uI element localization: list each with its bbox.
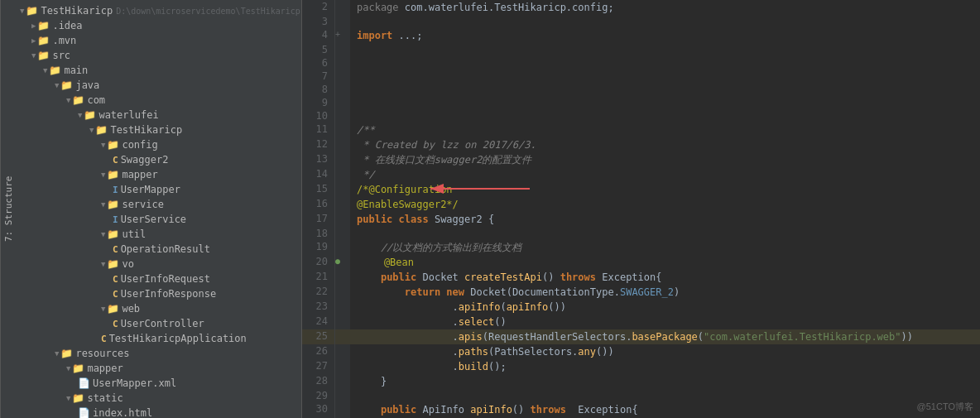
project-name: TestHikaricp (41, 5, 113, 17)
code-line-17: 17 public class Swagger2 { (302, 212, 980, 227)
code-line-19: 19 //以文档的方式输出到在线文档 (302, 240, 980, 255)
tree-idea[interactable]: ▶ 📁 .idea (17, 18, 301, 33)
folder-icon: 📁 (107, 169, 119, 180)
interface-icon: I (113, 185, 118, 195)
class-icon: C (113, 289, 118, 300)
line-number: 29 (302, 389, 335, 402)
expand-icon: ▼ (101, 305, 105, 313)
line-content: * 在线接口文档swagger2的配置文件 (350, 152, 980, 167)
folder-icon: 📁 (37, 20, 50, 31)
tree-usercontroller-label: UserController (121, 318, 204, 329)
code-line-18: 18 (302, 227, 980, 240)
folder-icon: 📁 (107, 199, 119, 210)
tree-usercontroller[interactable]: C UserController (17, 316, 301, 331)
expand-icon: ▼ (31, 51, 36, 60)
structure-tab-label: 7: Structure (3, 176, 14, 242)
tree-idea-label: .idea (52, 20, 82, 31)
project-root[interactable]: ▼ 📁 TestHikaricp D:\down\microservicedem… (17, 3, 301, 18)
tree-main[interactable]: ▼ 📁 main (17, 63, 301, 78)
line-content: import ...; (350, 28, 980, 43)
line-gutter: + (335, 28, 350, 43)
line-content (350, 83, 980, 96)
tree-service-label: service (122, 199, 164, 210)
class-icon: C (101, 334, 107, 344)
line-content: .apiInfo(apiInfo()) (350, 300, 980, 315)
line-number: 16 (302, 197, 335, 212)
tree-java[interactable]: ▼ 📁 java (17, 78, 301, 93)
tree-resources[interactable]: ▼ 📁 resources (17, 346, 301, 361)
code-line-16: 16 @EnableSwagger2*/ (302, 197, 980, 212)
tree-src-label: src (52, 50, 70, 61)
tree-application[interactable]: C TestHikaricpApplication (17, 331, 301, 346)
tree-config[interactable]: ▼ 📁 config (17, 137, 301, 152)
line-gutter (335, 240, 350, 255)
tree-waterlufei[interactable]: ▼ 📁 waterlufei (17, 108, 301, 123)
tree-java-label: java (75, 79, 99, 91)
tree-application-label: TestHikaricpApplication (109, 333, 247, 344)
tree-index-html[interactable]: 📄 index.html (17, 406, 301, 418)
line-gutter (335, 402, 350, 417)
tree-usermapper-xml[interactable]: 📄 UserMapper.xml (17, 376, 301, 391)
code-line-20: 20 ● @Bean (302, 255, 980, 270)
folder-src-icon: 📁 (60, 79, 73, 91)
expand-icon: ▼ (101, 260, 105, 268)
line-content (350, 96, 980, 109)
line-content (350, 70, 980, 83)
tree-src[interactable]: ▼ 📁 src (17, 48, 301, 63)
code-line-23: 23 .apiInfo(apiInfo()) (302, 300, 980, 315)
folder-icon: 📁 (37, 35, 50, 46)
line-number: 19 (302, 240, 335, 255)
tree-mvn[interactable]: ▶ 📁 .mvn (17, 33, 301, 48)
code-line-4: 4 + import ...; (302, 28, 980, 43)
tree-mapper[interactable]: ▼ 📁 mapper (17, 167, 301, 182)
tree-index-html-label: index.html (93, 407, 152, 418)
tree-testhikaricp[interactable]: ▼ 📁 TestHikaricp (17, 123, 301, 137)
tree-service[interactable]: ▼ 📁 service (17, 197, 301, 212)
code-line-26: 26 .paths(PathSelectors.any()) (302, 344, 980, 359)
tree-userservice-label: UserService (121, 214, 186, 225)
tree-vo-label: vo (122, 258, 133, 270)
tree-usermapper[interactable]: I UserMapper (17, 182, 301, 197)
line-gutter (335, 43, 350, 56)
line-number: 13 (302, 152, 335, 167)
tree-swagger2[interactable]: C Swagger2 (17, 152, 301, 167)
expand-icon: ▼ (101, 230, 105, 238)
line-gutter (335, 344, 350, 359)
line-content: .build(); (350, 359, 980, 374)
line-number: 22 (302, 285, 335, 300)
line-content: /*@Configuration (350, 182, 980, 197)
folder-icon: 📁 (72, 363, 84, 374)
expand-icon: ▼ (78, 111, 82, 119)
code-line-3: 3 (302, 15, 980, 28)
tree-mapper-res[interactable]: ▼ 📁 mapper (17, 361, 301, 376)
line-gutter (335, 123, 350, 137)
tree-vo[interactable]: ▼ 📁 vo (17, 257, 301, 271)
line-number: 11 (302, 123, 335, 137)
line-gutter (335, 197, 350, 212)
tree-userservice[interactable]: I UserService (17, 212, 301, 227)
code-line-11: 11 /** (302, 123, 980, 137)
line-gutter (335, 285, 350, 300)
tree-com[interactable]: ▼ 📁 com (17, 93, 301, 108)
line-gutter (335, 270, 350, 285)
line-number: 15 (302, 182, 335, 197)
tree-web[interactable]: ▼ 📁 web (17, 301, 301, 316)
line-number: 6 (302, 56, 335, 70)
tree-mapper-label: mapper (122, 169, 157, 180)
tree-userinforequest[interactable]: C UserInfoRequest (17, 271, 301, 286)
expand-icon: ▶ (31, 22, 36, 30)
tree-testhikaricp-label: TestHikaricp (110, 124, 182, 136)
tree-static[interactable]: ▼ 📁 static (17, 391, 301, 406)
tree-userinforesponse[interactable]: C UserInfoResponse (17, 286, 301, 301)
line-content (350, 227, 980, 240)
bean-marker: ● (335, 257, 340, 266)
code-line-14: 14 */ (302, 167, 980, 182)
line-content: //以文档的方式输出到在线文档 (350, 240, 980, 255)
line-number: 30 (302, 402, 335, 417)
structure-tab[interactable]: 7: Structure (0, 0, 17, 418)
tree-config-label: config (122, 139, 157, 151)
tree-operationresult[interactable]: C OperationResult (17, 242, 301, 257)
line-gutter: ● (335, 255, 350, 270)
code-line-9: 9 (302, 96, 980, 109)
tree-util[interactable]: ▼ 📁 util (17, 227, 301, 242)
